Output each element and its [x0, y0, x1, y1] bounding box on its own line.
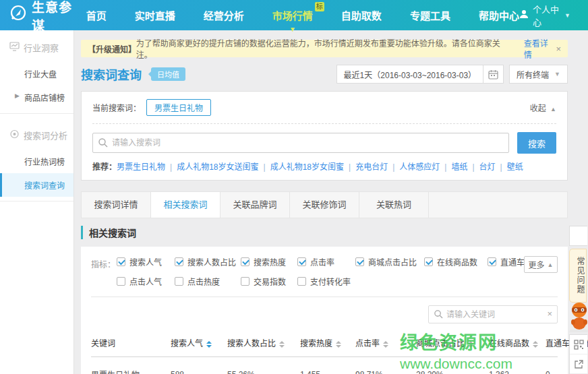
nav-tools[interactable]: 专题工具 [410, 8, 450, 22]
metric-label: 搜索热度 [254, 256, 286, 268]
tab-related-hot-words[interactable]: 关联热词 [359, 192, 429, 218]
checkbox-checked-icon[interactable] [241, 257, 249, 266]
keyword-filter-input[interactable] [428, 305, 558, 323]
nav-help[interactable]: 帮助中心 [479, 8, 519, 22]
checkbox-checked-icon[interactable] [355, 257, 364, 266]
qr-code-icon[interactable] [570, 335, 587, 354]
checkbox-checked-icon[interactable] [175, 257, 183, 266]
close-icon[interactable]: × [556, 44, 561, 54]
page-title-row: 搜索词查询 日均值 最近1天（2016-03-03~2016-03-03） [81, 65, 568, 84]
metric-checkbox[interactable]: 搜索人气 [117, 256, 175, 268]
mascot-icon[interactable] [569, 301, 588, 334]
nav-home[interactable]: 首页 [86, 8, 107, 22]
tab-related-modifier-words[interactable]: 关联修饰词 [290, 192, 359, 218]
metric-checkbox[interactable]: 搜索人数占比 [175, 256, 241, 268]
metric-checkbox[interactable]: 搜索热度 [241, 256, 297, 268]
col-ztc-ref-price[interactable]: 直通车参考价 [546, 330, 558, 357]
sidebar-item-industry-board[interactable]: 行业大盘 [0, 62, 74, 86]
faq-bubble[interactable]: 常见问题 [569, 249, 587, 303]
recommend-link[interactable]: 充电台灯 [355, 160, 399, 172]
checkbox-checked-icon[interactable] [297, 257, 306, 266]
sort-icon[interactable] [383, 341, 388, 348]
sort-icon[interactable] [206, 341, 212, 348]
cell-value: 0 [546, 357, 558, 374]
metric-checkbox[interactable]: 交易指数 [241, 276, 297, 287]
terminal-select[interactable]: 所有终端 ▼ [509, 65, 568, 84]
upgrade-notice-bar: 【升级通知】 为了帮助商家更好的提升店铺的数据化运营能力，市场行情近期发布重要功… [81, 40, 568, 57]
sort-icon[interactable] [336, 341, 341, 348]
metric-checkbox[interactable]: 点击人气 [117, 276, 175, 287]
collapse-label: 收起 [530, 104, 546, 113]
clear-icon[interactable]: × [547, 309, 552, 319]
brand-logo[interactable]: 生意参谋 [0, 0, 77, 34]
recommend-link[interactable]: 人体感应灯 [399, 160, 451, 172]
sidebar-item-search-word-query[interactable]: 搜索词查询 [0, 173, 74, 197]
tab-related-search-words[interactable]: 相关搜索词 [151, 192, 220, 218]
metric-checkbox[interactable]: 商城点击占比 [355, 256, 424, 268]
calendar-icon[interactable] [483, 65, 503, 83]
col-label: 搜索人气 [171, 339, 203, 348]
checkbox-unchecked-icon[interactable] [117, 277, 125, 286]
checkbox-checked-icon[interactable] [117, 257, 125, 266]
sort-icon[interactable] [533, 341, 538, 348]
sidebar-section-industry-insight: 行业洞察 [0, 30, 74, 62]
nav-data-extract[interactable]: 自助取数 [341, 8, 382, 22]
checkbox-unchecked-icon[interactable] [175, 277, 183, 286]
recommend-link[interactable]: 墙纸 [451, 160, 479, 172]
tab-search-word-detail[interactable]: 搜索词详情 [82, 192, 151, 218]
col-label: 点击率 [355, 339, 380, 348]
sidebar-item-hot-words[interactable]: 行业热词榜 [0, 150, 74, 173]
col-online-products[interactable]: 在线商品数 [489, 330, 546, 357]
sort-icon[interactable] [468, 341, 473, 348]
floating-mini-panel[interactable] [569, 226, 587, 246]
sidebar-section-label: 行业洞察 [24, 41, 59, 54]
nav-market[interactable]: 市场行情 标 ▼ [272, 8, 313, 22]
recommend-link[interactable]: 男票生日礼物 [117, 160, 177, 172]
metric-checkbox[interactable]: 在线商品数 [424, 256, 488, 268]
notice-detail-link[interactable]: 查看详情 [524, 37, 556, 60]
checkbox-unchecked-icon[interactable] [241, 277, 249, 286]
metric-label: 点击热度 [187, 276, 220, 287]
detail-tabs: 搜索词详情 相关搜索词 关联品牌词 关联修饰词 关联热词 [81, 191, 568, 218]
search-button[interactable]: 搜索 [517, 132, 556, 154]
table-header-row: 关键词 搜索人气 搜索人数占比 搜索热度 点击率 商城点击占比 在线商品数 直通… [91, 330, 558, 357]
section-title: 相关搜索词 [81, 226, 136, 239]
col-click-rate[interactable]: 点击率 [355, 330, 416, 357]
metric-checkbox[interactable]: 点击热度 [175, 276, 241, 287]
tab-related-brand-words[interactable]: 关联品牌词 [220, 192, 290, 218]
metric-checkbox[interactable]: 点击率 [297, 256, 355, 268]
sidebar-item-label: 商品店铺榜 [24, 94, 65, 103]
checkbox-checked-icon[interactable] [488, 257, 496, 266]
cell-value: 1,455 [300, 357, 355, 374]
sort-icon[interactable] [279, 341, 285, 348]
chevron-down-icon: ▼ [554, 71, 560, 77]
date-range-picker[interactable]: 最近1天（2016-03-03~2016-03-03） [336, 65, 504, 84]
checkbox-unchecked-icon[interactable] [297, 277, 306, 286]
col-search-heat[interactable]: 搜索热度 [300, 330, 355, 357]
recommend-link[interactable]: 成人礼物18岁女送闺蜜 [177, 160, 270, 172]
share-export-icon[interactable] [570, 354, 587, 374]
recommend-link[interactable]: 壁纸 [507, 160, 523, 172]
recommend-label: 推荐： [92, 160, 117, 172]
collapse-toggle[interactable]: 收起 ▲ [530, 102, 556, 113]
more-metrics-button[interactable]: 更多 ▲ [524, 256, 558, 273]
brand-name: 生意参谋 [32, 0, 77, 34]
col-search-popularity[interactable]: 搜索人气 [171, 330, 227, 357]
search-input[interactable] [92, 133, 509, 153]
related-words-panel: 指标： 搜索人气 搜索人数占比 搜索热度 点击率 商城点击占比 在线商品数 直通… [81, 247, 568, 374]
current-keyword-chip[interactable]: 男票生日礼物 [146, 99, 211, 116]
metric-checkbox[interactable]: 支付转化率 [297, 276, 355, 287]
recommend-link[interactable]: 成人礼物18岁女闺蜜 [270, 160, 355, 172]
user-menu[interactable]: 个人中心 ▼ [519, 3, 570, 28]
daily-average-badge: 日均值 [151, 67, 185, 81]
col-searcher-ratio[interactable]: 搜索人数占比 [227, 330, 300, 357]
date-range-text: 最近1天（2016-03-03~2016-03-03） [337, 69, 483, 80]
nav-live[interactable]: 实时直播 [135, 8, 175, 22]
checkbox-checked-icon[interactable] [424, 257, 433, 266]
recommend-link[interactable]: 台灯 [479, 160, 507, 172]
app-root: 生意参谋 首页 实时直播 经营分析 市场行情 标 ▼ 自助取数 专题工具 帮助中… [0, 0, 588, 374]
nav-analysis[interactable]: 经营分析 [204, 8, 244, 22]
col-mall-click-ratio[interactable]: 商城点击占比 [416, 330, 489, 357]
sidebar-item-shop-ranking[interactable]: ▶ 商品店铺榜 [0, 86, 74, 109]
sidebar-item-label: 搜索词查询 [24, 181, 65, 191]
